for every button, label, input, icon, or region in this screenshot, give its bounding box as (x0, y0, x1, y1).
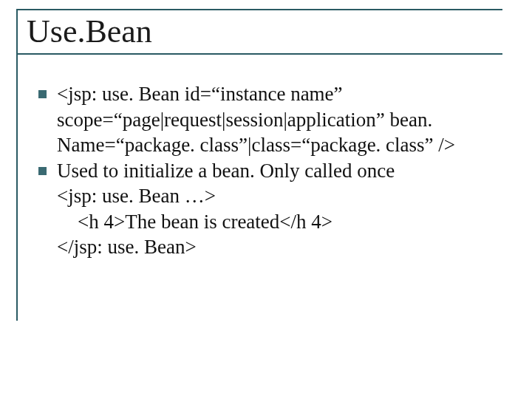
slide-title: Use.Bean (22, 13, 502, 53)
code-line: </jsp: use. Bean> (38, 234, 497, 260)
square-bullet-icon (38, 167, 47, 175)
square-bullet-icon (38, 90, 47, 98)
code-line: <h 4>The bean is created</h 4> (38, 209, 497, 235)
code-line-1: <jsp: use. Bean …> (57, 183, 497, 209)
slide: Use.Bean <jsp: use. Bean id=“instance na… (0, 0, 532, 399)
bullet-item: <jsp: use. Bean id=“instance name” scope… (38, 81, 497, 158)
title-bottom-rule (16, 53, 502, 55)
bullet-text-2: Used to initialize a bean. Only called o… (57, 158, 497, 184)
code-line-3: </jsp: use. Bean> (57, 234, 497, 260)
bullet-item: Used to initialize a bean. Only called o… (38, 158, 497, 184)
title-block: Use.Bean (22, 9, 502, 55)
left-accent-rule (16, 10, 18, 321)
slide-body: <jsp: use. Bean id=“instance name” scope… (38, 81, 497, 260)
code-line: <jsp: use. Bean …> (38, 183, 497, 209)
bullet-text-1: <jsp: use. Bean id=“instance name” scope… (57, 81, 497, 158)
code-line-2: <h 4>The bean is created</h 4> (57, 209, 497, 235)
